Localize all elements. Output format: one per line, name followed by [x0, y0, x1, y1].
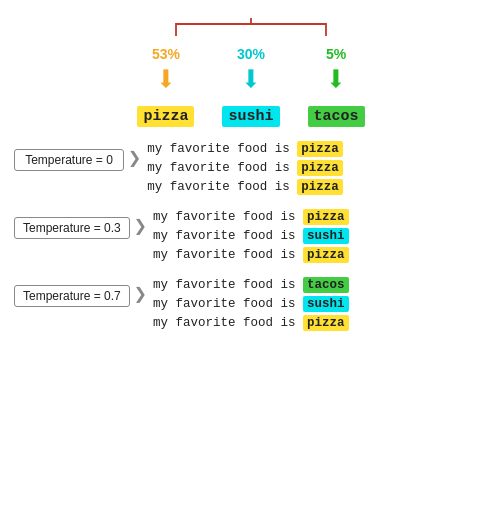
line-prefix-1-1: my favorite food is [153, 229, 303, 243]
section-0: Temperature = 0❯my favorite food is pizz… [0, 137, 502, 195]
line-word-2-2: pizza [303, 315, 349, 331]
line-prefix-0-2: my favorite food is [147, 180, 297, 194]
page: 53%⬇pizza30%⬇sushi5%⬇tacos Temperature =… [0, 0, 502, 524]
line-word-1-2: pizza [303, 247, 349, 263]
pct-label-2: 5% [326, 46, 346, 62]
temp-label-0: Temperature = 0 [14, 149, 124, 171]
chevron-2: ❯ [134, 281, 147, 307]
line-prefix-2-1: my favorite food is [153, 297, 303, 311]
line-prefix-0-1: my favorite food is [147, 161, 297, 175]
arrow-item-2: 5%⬇tacos [308, 46, 365, 127]
line-prefix-1-0: my favorite food is [153, 210, 303, 224]
line-1-1: my favorite food is sushi [153, 228, 349, 244]
line-0-0: my favorite food is pizza [147, 141, 343, 157]
line-word-1-1: sushi [303, 228, 349, 244]
arrow-item-1: 30%⬇sushi [222, 46, 279, 127]
pct-label-0: 53% [152, 46, 180, 62]
line-word-0-0: pizza [297, 141, 343, 157]
arrow-0: ⬇ [155, 64, 177, 100]
line-1-2: my favorite food is pizza [153, 247, 349, 263]
lines-1: my favorite food is pizzamy favorite foo… [153, 209, 349, 263]
chevron-1: ❯ [134, 213, 147, 239]
line-prefix-2-0: my favorite food is [153, 278, 303, 292]
line-2-2: my favorite food is pizza [153, 315, 349, 331]
line-1-0: my favorite food is pizza [153, 209, 349, 225]
arrow-diagram: 53%⬇pizza30%⬇sushi5%⬇tacos [0, 46, 502, 127]
line-prefix-0-0: my favorite food is [147, 142, 297, 156]
word-box-1: sushi [222, 106, 279, 127]
bracket-svg [0, 18, 502, 40]
temp-label-1: Temperature = 0.3 [14, 217, 130, 239]
line-0-1: my favorite food is pizza [147, 160, 343, 176]
word-box-2: tacos [308, 106, 365, 127]
lines-2: my favorite food is tacosmy favorite foo… [153, 277, 349, 331]
arrow-item-0: 53%⬇pizza [137, 46, 194, 127]
line-word-2-0: tacos [303, 277, 349, 293]
line-word-0-2: pizza [297, 179, 343, 195]
line-prefix-1-2: my favorite food is [153, 248, 303, 262]
line-word-0-1: pizza [297, 160, 343, 176]
line-prefix-2-2: my favorite food is [153, 316, 303, 330]
line-2-0: my favorite food is tacos [153, 277, 349, 293]
lines-0: my favorite food is pizzamy favorite foo… [147, 141, 343, 195]
line-word-1-0: pizza [303, 209, 349, 225]
section-1: Temperature = 0.3❯my favorite food is pi… [0, 205, 502, 263]
chevron-0: ❯ [128, 145, 141, 171]
arrow-1: ⬇ [240, 64, 262, 100]
line-0-2: my favorite food is pizza [147, 179, 343, 195]
section-2: Temperature = 0.7❯my favorite food is ta… [0, 273, 502, 331]
temp-label-2: Temperature = 0.7 [14, 285, 130, 307]
line-2-1: my favorite food is sushi [153, 296, 349, 312]
word-box-0: pizza [137, 106, 194, 127]
pct-label-1: 30% [237, 46, 265, 62]
arrow-2: ⬇ [325, 64, 347, 100]
line-word-2-1: sushi [303, 296, 349, 312]
